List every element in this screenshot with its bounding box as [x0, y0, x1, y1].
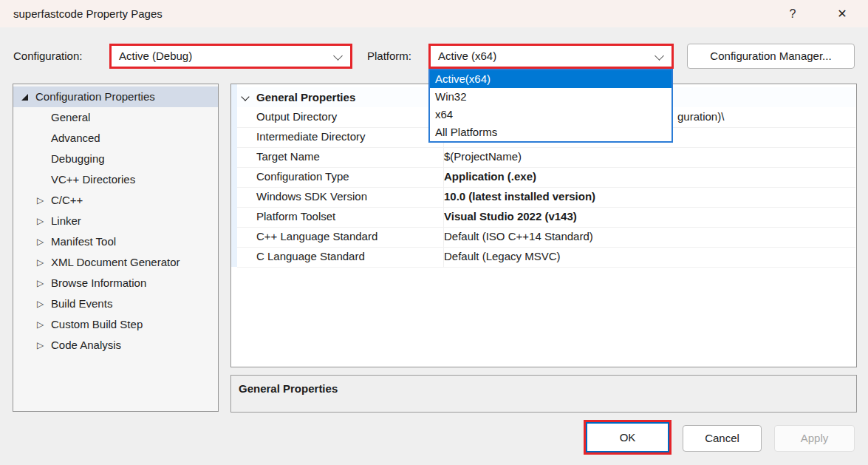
chevron-down-icon — [241, 92, 249, 101]
tree-item-label: Build Events — [13, 293, 112, 314]
platform-dropdown-list: Active(x64) Win32 x64 All Platforms — [428, 69, 673, 143]
property-row-platform-toolset[interactable]: Platform Toolset Visual Studio 2022 (v14… — [237, 207, 855, 228]
tree-item-advanced[interactable]: Advanced — [13, 128, 218, 149]
configuration-manager-button[interactable]: Configuration Manager... — [687, 44, 855, 69]
tree-item-label: Advanced — [13, 128, 100, 149]
collapsed-arrow-icon[interactable]: ▷ — [37, 314, 44, 335]
tree-item-label: General — [13, 107, 90, 128]
property-row-configuration-type[interactable]: Configuration Type Application (.exe) — [237, 167, 855, 188]
tree-item-c-cpp[interactable]: ▷ C/C++ — [13, 190, 218, 211]
platform-label: Platform: — [367, 44, 411, 69]
tree-item-label: Configuration Properties — [13, 86, 155, 107]
platform-dropdown[interactable]: Active (x64) — [428, 44, 674, 69]
property-value[interactable]: Application (.exe) — [444, 167, 536, 186]
property-value[interactable]: Visual Studio 2022 (v143) — [444, 207, 577, 226]
tree-item-label: Browse Information — [13, 273, 146, 293]
tree-item-label: Linker — [13, 211, 81, 231]
tree-item-browse-information[interactable]: ▷ Browse Information — [13, 273, 218, 293]
tree-item-build-events[interactable]: ▷ Build Events — [13, 293, 218, 314]
property-name: Platform Toolset — [256, 207, 335, 226]
category-label: General Properties — [256, 87, 355, 107]
property-row-target-name[interactable]: Target Name $(ProjectName) — [237, 147, 855, 168]
help-icon[interactable]: ? — [780, 0, 805, 27]
property-value[interactable]: $(ProjectName) — [444, 147, 522, 166]
collapsed-arrow-icon[interactable]: ▷ — [37, 335, 44, 356]
tree-item-debugging[interactable]: Debugging — [13, 149, 218, 169]
tree-item-label: VC++ Directories — [13, 169, 135, 190]
configuration-tree: Configuration Properties General Advance… — [13, 84, 219, 412]
tree-item-label: Code Analysis — [13, 335, 121, 356]
platform-dropdown-value: Active (x64) — [438, 46, 496, 67]
collapsed-arrow-icon[interactable]: ▷ — [37, 293, 44, 314]
tree-item-label: C/C++ — [13, 190, 83, 211]
close-icon[interactable]: ✕ — [827, 0, 857, 27]
tree-item-xml-document-generator[interactable]: ▷ XML Document Generator — [13, 252, 218, 273]
property-value[interactable]: 10.0 (latest installed version) — [444, 187, 595, 206]
tree-item-manifest-tool[interactable]: ▷ Manifest Tool — [13, 231, 218, 252]
cancel-button[interactable]: Cancel — [683, 425, 762, 452]
expanded-triangle-icon — [21, 94, 28, 101]
property-name: Windows SDK Version — [256, 187, 367, 206]
grid-gutter — [231, 84, 237, 267]
dropdown-option-all-platforms[interactable]: All Platforms — [430, 123, 671, 141]
property-name: Configuration Type — [256, 167, 349, 186]
apply-button[interactable]: Apply — [774, 425, 855, 452]
chevron-down-icon — [655, 51, 664, 61]
description-panel: General Properties — [230, 375, 857, 413]
property-row-cpp-language-standard[interactable]: C++ Language Standard Default (ISO C++14… — [237, 227, 855, 248]
description-title: General Properties — [239, 382, 856, 395]
tree-item-label: Debugging — [13, 149, 105, 169]
collapsed-arrow-icon[interactable]: ▷ — [37, 190, 44, 211]
chevron-down-icon — [333, 51, 343, 61]
configuration-label: Configuration: — [13, 44, 82, 69]
property-value[interactable]: Default (Legacy MSVC) — [444, 247, 561, 266]
ok-button-highlight: OK — [584, 420, 671, 455]
tree-item-custom-build-step[interactable]: ▷ Custom Build Step — [13, 314, 218, 335]
property-name: Target Name — [256, 147, 320, 166]
property-name: C Language Standard — [256, 247, 365, 266]
property-name: Intermediate Directory — [256, 127, 366, 146]
tree-item-code-analysis[interactable]: ▷ Code Analysis — [13, 335, 218, 356]
window-title: superfastcode Property Pages — [13, 0, 163, 27]
title-bar: superfastcode Property Pages ? ✕ — [0, 0, 868, 27]
collapsed-arrow-icon[interactable]: ▷ — [37, 211, 44, 231]
tree-item-configuration-properties[interactable]: Configuration Properties — [13, 86, 218, 107]
property-name: Output Directory — [256, 107, 337, 126]
tree-item-general[interactable]: General — [13, 107, 218, 128]
tree-item-vcpp-directories[interactable]: VC++ Directories — [13, 169, 218, 190]
dropdown-option-x64[interactable]: x64 — [430, 106, 671, 123]
collapsed-arrow-icon[interactable]: ▷ — [37, 252, 44, 273]
collapsed-arrow-icon[interactable]: ▷ — [37, 273, 44, 293]
property-row-windows-sdk-version[interactable]: Windows SDK Version 10.0 (latest install… — [237, 187, 855, 208]
configuration-dropdown[interactable]: Active (Debug) — [109, 44, 352, 69]
tree-item-label: Manifest Tool — [13, 231, 116, 252]
collapsed-arrow-icon[interactable]: ▷ — [37, 231, 44, 252]
dropdown-option-win32[interactable]: Win32 — [430, 88, 671, 106]
property-row-c-language-standard[interactable]: C Language Standard Default (Legacy MSVC… — [237, 247, 855, 268]
tree-item-linker[interactable]: ▷ Linker — [13, 211, 218, 231]
property-value[interactable]: Default (ISO C++14 Standard) — [444, 227, 593, 246]
dropdown-option-active-x64[interactable]: Active(x64) — [430, 70, 671, 88]
ok-button[interactable]: OK — [586, 422, 669, 452]
property-name: C++ Language Standard — [256, 227, 377, 246]
tree-item-label: Custom Build Step — [13, 314, 143, 335]
property-value[interactable]: guration)\ — [677, 107, 724, 126]
property-pages-dialog: superfastcode Property Pages ? ✕ Configu… — [0, 0, 868, 465]
configuration-dropdown-value: Active (Debug) — [119, 46, 192, 67]
